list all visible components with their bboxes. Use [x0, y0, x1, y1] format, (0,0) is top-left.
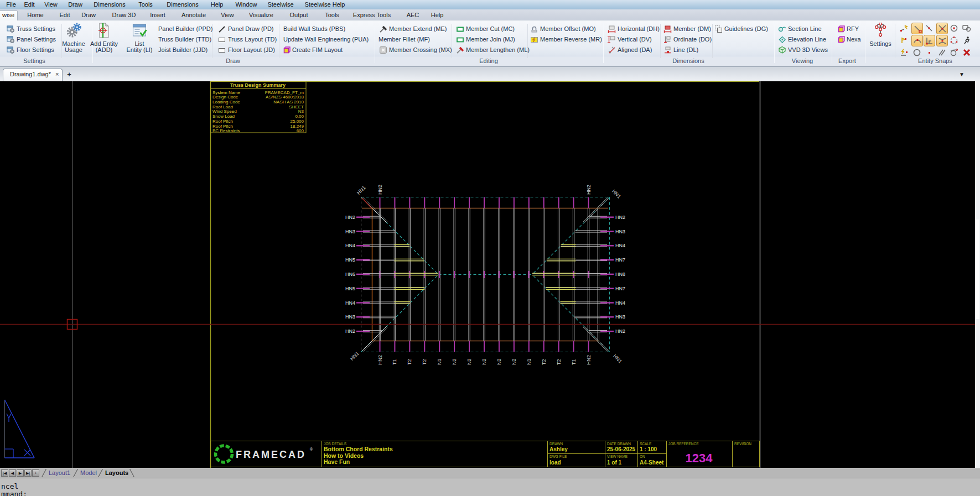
menu-window[interactable]: Window	[233, 1, 259, 8]
summary-title: Truss Design Summary	[230, 82, 286, 88]
ribbon-button-member-fillet-mf[interactable]: Member Fillet (MF)	[378, 35, 430, 44]
ribbon-tab-edit[interactable]: Edit	[57, 11, 73, 19]
snap-toggle-apparent-intersection[interactable]	[936, 35, 948, 46]
snap-toggle-insertion[interactable]	[961, 23, 973, 34]
ribbon-button-build-wall-studs-pbs[interactable]: Build Wall Studs (PBS)	[283, 24, 345, 33]
ribbon-tab-help[interactable]: Help	[428, 11, 447, 19]
ribbon-button-floor-layout-jd[interactable]: Floor Layout (JD)	[218, 45, 275, 54]
ribbon-button-member-crossing-mx[interactable]: Member Crossing (MX)	[379, 45, 452, 54]
ribbon-tab-visualize[interactable]: Visualize	[246, 11, 276, 19]
snap-toggle-node[interactable]	[948, 35, 960, 46]
ribbon-button-line-dl[interactable]: Line (DL)	[663, 45, 698, 54]
snap-toggle-parallel[interactable]	[936, 47, 948, 59]
next-layout-button[interactable]: ▶	[17, 469, 24, 477]
new-tab-button[interactable]: +	[65, 71, 73, 79]
snap-toggle-intersection[interactable]	[936, 23, 948, 34]
ribbon-button-vvd-3d-views[interactable]: VVD 3D Views	[778, 45, 828, 54]
ribbon-button-joist-builder-jjd[interactable]: Joist Builder (JJD)	[158, 45, 208, 54]
ribbon-tab-output[interactable]: Output	[287, 11, 310, 19]
ribbon-button-settings[interactable]: Settings	[869, 22, 891, 47]
menu-dimensions[interactable]: Dimensions	[91, 1, 127, 8]
last-layout-button[interactable]: ▶|	[24, 469, 32, 477]
ribbon-button-guidelines-dg[interactable]: Guidelines (DG)	[714, 24, 768, 33]
layout-tab-model[interactable]: Model	[80, 469, 97, 476]
ribbon-tab-annotate[interactable]: Annotate	[179, 11, 209, 19]
ribbon-button-member-offset-mo[interactable]: Member Offset (MO)	[530, 24, 596, 33]
snap-toggle-quick[interactable]	[899, 35, 910, 46]
tab-list-chevron-icon[interactable]: ▼	[959, 71, 965, 77]
ribbon-button-update-wall-engineering-pua[interactable]: Update Wall Engineering (PUA)	[283, 35, 369, 44]
snap-toggle-line-end[interactable]	[911, 23, 923, 34]
layout-tab-layouts[interactable]: Layouts	[105, 469, 128, 476]
ribbon-button-panel-settings[interactable]: Panel Settings	[7, 35, 56, 44]
prev-layout-button[interactable]: ◀	[9, 469, 16, 477]
menu-draw[interactable]: Draw	[66, 1, 85, 8]
snap-toggle-endpoint[interactable]	[899, 23, 910, 34]
snap-toggle-circle[interactable]	[911, 47, 923, 59]
ribbon-button-vertical-dv[interactable]: Vertical (DV)	[608, 35, 652, 44]
menu-edit[interactable]: Edit	[22, 1, 37, 8]
ribbon-button-elevation-line[interactable]: Elevation Line	[778, 35, 826, 44]
menu-help[interactable]: Help	[209, 1, 226, 8]
svg-text:HN2: HN2	[586, 185, 592, 195]
snap-toggle-tangent[interactable]	[948, 47, 960, 59]
ribbon-tab-draw[interactable]: Draw	[79, 11, 98, 19]
ribbon-button-member-lengthen-ml[interactable]: Member Lengthen (ML)	[456, 45, 530, 54]
snap-toggle-center[interactable]	[948, 23, 960, 34]
snap-toggle-nearest[interactable]	[911, 35, 923, 46]
ribbon-button-rfy[interactable]: RFY	[837, 24, 859, 33]
ribbon-button-panel-builder-ppd[interactable]: Panel Builder (PPD)	[158, 24, 212, 33]
ribbon-tab-view[interactable]: View	[218, 11, 237, 19]
ribbon-button-add-entity-add[interactable]: Add Entity(ADD)	[90, 22, 118, 53]
ribbon-tab-wise[interactable]: wise	[0, 11, 18, 20]
ribbon-tab-tools[interactable]: Tools	[322, 11, 342, 19]
ribbon-button-member-cut-mc[interactable]: Member Cut (MC)	[456, 24, 515, 33]
drawing-canvas[interactable]: Truss Design SummarySystem NameFRAMECAD_…	[0, 81, 980, 468]
ribbon-button-member-dm[interactable]: Member (DM)	[663, 24, 711, 33]
dwg-file-value: load	[549, 460, 561, 466]
ribbon-button-member-extend-me[interactable]: Member Extend (ME)	[379, 24, 447, 33]
svg-text:®: ®	[310, 447, 313, 451]
ribbon-button-member-join-mj[interactable]: Member Join (MJ)	[456, 35, 515, 44]
menu-file[interactable]: File	[4, 1, 18, 8]
settings-icon	[869, 23, 891, 39]
ribbon-button-truss-settings[interactable]: Truss Settings	[7, 24, 55, 33]
ribbon-button-horizontal-dh[interactable]: Horizontal (DH)	[608, 24, 660, 33]
ribbon-button-floor-settings[interactable]: Floor Settings	[7, 45, 54, 54]
menu-steelwise[interactable]: Steelwise	[265, 1, 295, 8]
menu-tools[interactable]: Tools	[136, 1, 155, 8]
ribbon-button-nexa[interactable]: Nexa	[837, 35, 861, 44]
ribbon-tab-draw-3d[interactable]: Draw 3D	[110, 11, 139, 19]
menu-dimensions-2[interactable]: Dimensions	[164, 1, 200, 8]
ribbon-button-panel-draw-pd[interactable]: Panel Draw (PD)	[218, 24, 274, 33]
ribbon-button-aligned-da[interactable]: Aligned (DA)	[608, 45, 652, 54]
command-line-area[interactable]: ncelmmand:	[0, 478, 980, 496]
ribbon-tab-aec[interactable]: AEC	[404, 11, 422, 19]
layout-tab-layout1[interactable]: Layout1	[49, 469, 70, 476]
ribbon-button-list-entity-li[interactable]: ListEntity (LI)	[126, 22, 152, 53]
ribbon-tab-express-tools[interactable]: Express Tools	[350, 11, 393, 19]
new-layout-button[interactable]: +	[32, 469, 39, 477]
svg-text:Roof Pitch: Roof Pitch	[212, 119, 233, 124]
ucs-icon	[5, 400, 35, 458]
ribbon-button-create-fim-layout[interactable]: Create FIM Layout	[282, 45, 343, 54]
snap-toggle-from[interactable]	[899, 47, 910, 59]
ribbon-tab-insert[interactable]: Insert	[147, 11, 168, 19]
ribbon-tab-home[interactable]: Home	[24, 11, 46, 19]
ribbon-button-member-reverse-mr[interactable]: Member Reverse (MR)	[530, 35, 602, 44]
first-layout-button[interactable]: |◀	[1, 469, 8, 477]
ribbon-button-truss-builder-ttd[interactable]: Truss Builder (TTD)	[158, 35, 211, 44]
menu-view[interactable]: View	[42, 1, 60, 8]
document-tab-drawing1[interactable]: Drawing1.dwg*×	[3, 69, 63, 81]
ribbon-button-truss-layout-td[interactable]: Truss Layout (TD)	[218, 35, 277, 44]
ribbon-button-section-line[interactable]: Section Line	[778, 24, 822, 33]
snap-toggle-perpendicular[interactable]	[924, 35, 935, 46]
snap-toggle-point[interactable]	[924, 47, 935, 59]
close-tab-icon[interactable]: ×	[55, 71, 59, 77]
snap-toggle-clear-snaps[interactable]	[961, 47, 973, 59]
menu-steelwise-help[interactable]: Steelwise Help	[303, 1, 348, 8]
snap-toggle-running[interactable]	[961, 35, 973, 46]
ribbon-button-ordinate-do[interactable]: Ordinate (DO)	[663, 35, 712, 44]
ribbon-button-machine-usage[interactable]: MachineUsage	[62, 22, 85, 53]
snap-toggle-midpoint[interactable]	[924, 23, 935, 34]
